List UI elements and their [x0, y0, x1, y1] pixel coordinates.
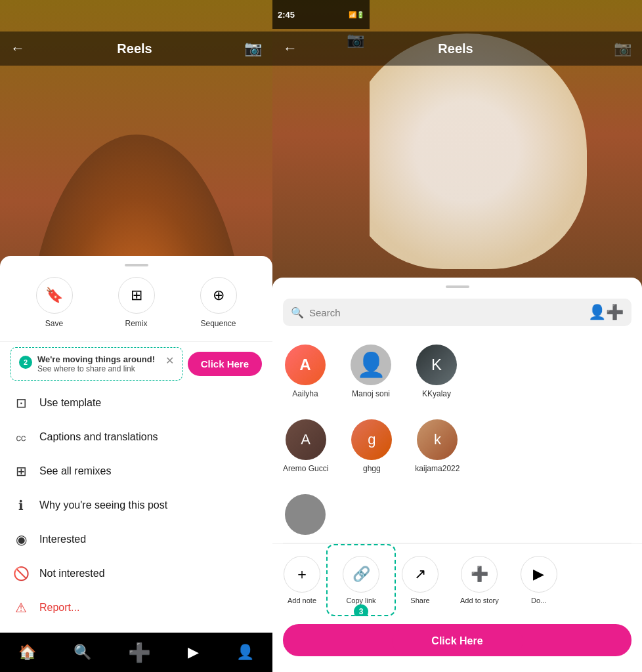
contact-aailyha[interactable]: A Aailyha [272, 339, 338, 404]
captions-item[interactable]: ㏄ Captions and translations [0, 420, 272, 454]
tooltip-line1: We're moving things around! [37, 354, 160, 364]
report-label: Report... [39, 602, 79, 614]
avatar-kaijama: k [417, 419, 458, 460]
add-story-icon-wrap: ➕ [461, 556, 498, 593]
bottom-nav-left: 🏠 🔍 ➕ ▶ 👤 [0, 633, 272, 672]
avatar-aremo: A [286, 419, 326, 460]
left-panel: 2:45 🔑 ▲ 🔇 📶 🔋 ← Reels 📷 🔖 Save ⊞ Remix [0, 0, 272, 672]
copy-link-action[interactable]: 🔗 Copy link 3 [332, 549, 391, 611]
camera-icon-right[interactable]: 📷 [614, 40, 631, 57]
share-icon-wrap: ↗ [402, 556, 439, 593]
back-button-right[interactable]: ← [283, 40, 297, 57]
remix-icon: ⊞ [118, 277, 155, 314]
contact-name-manoj: Manoj soni [352, 389, 390, 398]
share-sheet: 🔍 👤➕ A Aailyha 👤 Manoj soni K [272, 278, 642, 672]
not-interested-label: Not interested [39, 568, 105, 579]
do-more-icon: ▶ [533, 566, 544, 583]
see-remixes-item[interactable]: ⊞ See all remixes [0, 454, 272, 488]
do-more-label: Do... [531, 597, 546, 604]
contacts-row-3 [272, 484, 642, 543]
share-label: Share [410, 597, 429, 604]
use-template-item[interactable]: ⊡ Use template [0, 386, 272, 420]
remix-label: Remix [125, 319, 147, 328]
avatar-partial-1 [285, 494, 326, 535]
nav-reels[interactable]: ▶ [188, 644, 199, 661]
nav-search[interactable]: 🔍 [74, 644, 91, 661]
tooltip-line2: See where to share and link [37, 364, 160, 373]
interested-label: Interested [39, 534, 86, 545]
add-note-label: Add note [288, 597, 316, 604]
contact-name-kkyalay: KKyalay [422, 389, 451, 398]
add-note-icon: ＋ [295, 564, 309, 584]
sequence-icon: ⊕ [200, 277, 237, 314]
add-story-label: Add to story [460, 597, 499, 604]
reels-title-left: Reels [117, 41, 152, 56]
avatar-ghgg: g [351, 419, 392, 460]
why-seeing-item[interactable]: ℹ Why you're seeing this post [0, 488, 272, 522]
sheet-handle-left [125, 264, 148, 266]
save-icon: 🔖 [36, 277, 73, 314]
reels-title-right: Reels [438, 41, 473, 56]
avatar-aailyha: A [285, 345, 326, 385]
report-item[interactable]: ⚠ Report... [0, 591, 272, 625]
why-seeing-icon: ℹ [13, 497, 29, 513]
contact-manoj[interactable]: 👤 Manoj soni [338, 339, 404, 404]
contact-name-aailyha: Aailyha [292, 389, 318, 398]
why-seeing-label: Why you're seeing this post [39, 499, 167, 511]
share-actions-wrapper: ＋ Add note 🔗 Copy link 3 ↗ [272, 543, 642, 616]
nav-profile[interactable]: 👤 [236, 644, 254, 661]
contact-kkyalay[interactable]: K KKyalay [404, 339, 469, 404]
save-action[interactable]: 🔖 Save [36, 277, 73, 328]
nav-create[interactable]: ➕ [128, 642, 151, 663]
add-to-story-action[interactable]: ➕ Add to story [450, 549, 509, 611]
tooltip-banner: 2 We're moving things around! See where … [11, 347, 182, 381]
nav-home[interactable]: 🏠 [18, 644, 36, 661]
contacts-row-1: A Aailyha 👤 Manoj soni K KKyalay [272, 334, 642, 409]
add-note-action[interactable]: ＋ Add note [272, 549, 332, 611]
avatar-placeholder-manoj: 👤 [356, 351, 386, 379]
remixes-label: See all remixes [39, 465, 111, 477]
contact-name-ghgg: ghgg [363, 464, 381, 473]
reels-header-right: ← Reels 📷 [272, 32, 642, 66]
camera-icon-left[interactable]: 📷 [244, 40, 262, 57]
tooltip-close-button[interactable]: ✕ [165, 354, 174, 367]
sheet-actions: 🔖 Save ⊞ Remix ⊕ Sequence [0, 277, 272, 342]
back-button-left[interactable]: ← [11, 40, 25, 57]
share-action-item[interactable]: ↗ Share [391, 549, 450, 611]
interested-icon: ◉ [13, 532, 29, 547]
do-more-icon-wrap: ▶ [521, 556, 557, 593]
add-person-icon[interactable]: 👤➕ [588, 304, 624, 321]
remix-action[interactable]: ⊞ Remix [118, 277, 155, 328]
search-bar[interactable]: 🔍 👤➕ [283, 299, 631, 326]
contact-partial-1[interactable] [272, 489, 338, 540]
contact-kaijama[interactable]: k kaijama2022 [404, 414, 470, 478]
sequence-label: Sequence [200, 319, 236, 328]
contact-name-kaijama: kaijama2022 [415, 464, 460, 473]
captions-icon: ㏄ [13, 429, 29, 445]
time-middle: 2:45 [278, 10, 295, 20]
not-interested-item[interactable]: 🚫 Not interested [0, 556, 272, 591]
tooltip-text-wrap: We're moving things around! See where to… [37, 354, 160, 373]
copy-link-icon: 🔗 [353, 566, 370, 583]
avatar-manoj: 👤 [351, 345, 391, 385]
copy-link-label: Copy link [346, 597, 375, 604]
avatar-kkyalay: K [416, 345, 457, 385]
interested-item[interactable]: ◉ Interested [0, 522, 272, 556]
add-note-icon-wrap: ＋ [284, 556, 320, 593]
search-input[interactable] [309, 307, 583, 318]
copy-link-icon-wrap: 🔗 [343, 556, 379, 593]
tooltip-row: 2 We're moving things around! See where … [0, 342, 272, 386]
not-interested-icon: 🚫 [13, 566, 29, 581]
sequence-action[interactable]: ⊕ Sequence [200, 277, 237, 328]
status-bar-middle: 2:45 📶🔋 [272, 0, 370, 29]
click-here-bubble-right[interactable]: Click Here [392, 629, 523, 654]
contact-aremo[interactable]: A Aremo Gucci [272, 414, 339, 478]
bottom-sheet-left: 🔖 Save ⊞ Remix ⊕ Sequence 2 We're moving… [0, 256, 272, 672]
do-more-action[interactable]: ▶ Do... [509, 549, 568, 611]
sheet-handle-right [446, 285, 469, 288]
use-template-label: Use template [39, 397, 101, 409]
contact-ghgg[interactable]: g ghgg [339, 414, 404, 478]
step-badge-2: 2 [19, 356, 32, 369]
search-icon: 🔍 [291, 306, 304, 319]
tooltip-click-here-button[interactable]: Click Here [188, 352, 262, 376]
